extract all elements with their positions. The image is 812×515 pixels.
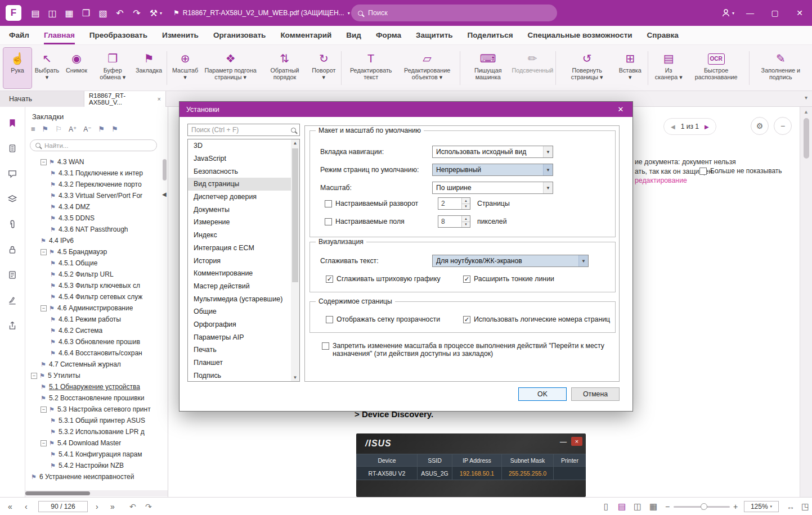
- prev-page-icon[interactable]: ◀: [671, 124, 675, 130]
- bookmark-item[interactable]: −⚑4.5 Брандмауэр: [25, 246, 162, 258]
- facing-page-icon[interactable]: ◫: [631, 502, 644, 512]
- prefs-list-item-1[interactable]: JavaScript: [188, 152, 291, 165]
- dialog-close-button[interactable]: ✕: [609, 102, 632, 117]
- single-page-icon[interactable]: ▯: [599, 502, 613, 512]
- spin-up-icon[interactable]: ▲: [462, 216, 470, 222]
- logical-numbers-checkbox[interactable]: ✓ Использовать логические номера страниц: [463, 315, 610, 323]
- tab-document[interactable]: R18867_RT-AX58U_V... ×: [84, 91, 166, 107]
- last-page-button[interactable]: »: [110, 498, 115, 515]
- ribbon-hand-button[interactable]: ☝Рука: [3, 48, 32, 88]
- slider-thumb[interactable]: [701, 503, 707, 510]
- menu-item-8[interactable]: Защитить: [416, 26, 452, 44]
- bookmark-item[interactable]: ⚑4.5.4 Фильтр сетевых служ: [25, 291, 162, 302]
- bookmark-item[interactable]: −⚑4.6 Администрирование: [25, 302, 162, 314]
- menu-item-5[interactable]: Комментарий: [280, 26, 331, 44]
- collapse-toolbar-icon[interactable]: ▾: [805, 94, 807, 101]
- attachments-panel-icon[interactable]: [7, 219, 17, 229]
- export-icon[interactable]: ▧: [95, 4, 111, 21]
- bookmarks-hscrollbar[interactable]: [25, 490, 168, 496]
- thin-lines-checkbox[interactable]: ✓ Расширить тонкие линии: [463, 275, 554, 283]
- bookmark-item[interactable]: −⚑4.3 WAN: [25, 156, 162, 168]
- ribbon-typewriter-button[interactable]: ⌨Пишущая машинка: [464, 48, 512, 88]
- zoom-in-button[interactable]: +: [733, 498, 738, 515]
- menu-item-6[interactable]: Вид: [346, 26, 361, 44]
- tab-start-page[interactable]: Начать: [0, 91, 84, 107]
- zoom-slider[interactable]: [674, 506, 730, 508]
- first-page-button[interactable]: «: [8, 498, 12, 515]
- scroll-up-icon[interactable]: ▲: [291, 141, 299, 146]
- bookmark-item[interactable]: −⚑5 Утилиты: [25, 370, 162, 381]
- print-icon[interactable]: ▦: [61, 4, 78, 21]
- facing-continuous-icon[interactable]: ▦: [647, 502, 660, 512]
- pages-panel-icon[interactable]: [7, 143, 17, 153]
- checkbox[interactable]: [699, 168, 707, 175]
- bookmark-item[interactable]: −⚑5.4 Download Master: [25, 437, 162, 449]
- bookmark-item[interactable]: ⚑4.3.6 NAT Passthrough: [25, 224, 162, 235]
- menu-item-9[interactable]: Поделиться: [468, 26, 513, 44]
- bookmark-item[interactable]: ⚑4.5.1 Общие: [25, 258, 162, 269]
- menu-item-1[interactable]: Главная: [44, 26, 75, 44]
- minimize-button[interactable]: —: [738, 0, 762, 26]
- smooth-art-checkbox[interactable]: ✓ Сглаживать штриховую графику: [326, 275, 441, 283]
- comments-panel-icon[interactable]: [7, 169, 17, 179]
- prefs-list-item-12[interactable]: Мультимедиа (устаревшие): [188, 292, 291, 305]
- ribbon-reverse-order-button[interactable]: ⇅Обратный порядок: [261, 48, 309, 88]
- ribbon-select-button[interactable]: ↖Выбрать ▾: [33, 48, 61, 88]
- menu-item-7[interactable]: Форма: [376, 26, 401, 44]
- prefs-list-scrollbar[interactable]: ▲ ▼: [291, 139, 300, 382]
- menu-item-0[interactable]: Файл: [9, 26, 29, 44]
- forbid-zoom-checkbox[interactable]: Запретить изменение масштаба в процессе …: [322, 342, 604, 358]
- menu-item-11[interactable]: Справка: [647, 26, 679, 44]
- signature-panel-icon[interactable]: [7, 295, 17, 305]
- document-title-menu[interactable]: ⚑ R18867_RT-AX58U_V2_UM_WEB.pdf (ЗАЩИЩЕН…: [173, 9, 342, 17]
- bookmark-item[interactable]: ⚑4.3.3 Virtual Server/Port For: [25, 190, 162, 201]
- page-number-input[interactable]: [38, 501, 88, 512]
- prefs-list-item-6[interactable]: Измерение: [188, 216, 291, 229]
- prefs-list-item-13[interactable]: Общие: [188, 305, 291, 318]
- ribbon-snapshot-button[interactable]: ◉Снимок: [62, 48, 91, 88]
- continuous-page-icon[interactable]: ▤: [615, 502, 629, 512]
- spin-up-icon[interactable]: ▲: [462, 198, 470, 204]
- save-icon[interactable]: ◫: [44, 4, 61, 21]
- scrollbar-thumb[interactable]: [25, 491, 90, 495]
- prefs-list-item-9[interactable]: История: [188, 254, 291, 267]
- bookmarks-search-input[interactable]: [44, 142, 146, 149]
- dont-show-again[interactable]: Больше не показывать: [699, 167, 782, 175]
- close-tab-icon[interactable]: ×: [158, 96, 161, 102]
- collapse-minus-icon[interactable]: −: [41, 249, 47, 255]
- ok-button[interactable]: OK: [518, 387, 567, 401]
- prefs-list-item-14[interactable]: Орфография: [188, 318, 291, 331]
- open-file-icon[interactable]: ▤: [27, 4, 44, 21]
- font-increase-icon[interactable]: A⁺: [69, 125, 77, 133]
- zoom-level-box[interactable]: 125% ▾: [744, 501, 779, 512]
- prefs-list-item-0[interactable]: 3D: [188, 139, 291, 152]
- bookmark-item[interactable]: ⚑5.3.1 Общий принтер ASUS: [25, 415, 162, 426]
- ribbon-insert-button[interactable]: ⊞Вставка ▾: [616, 48, 644, 88]
- font-decrease-icon[interactable]: A⁻: [83, 125, 91, 133]
- menu-item-2[interactable]: Преобразовать: [89, 26, 147, 44]
- bookmark-item[interactable]: ⚑4.3.5 DDNS: [25, 213, 162, 224]
- spread-count-spinner[interactable]: 2 ▲▼: [438, 197, 470, 210]
- ribbon-highlight-button[interactable]: ✏Подсвеченный: [513, 48, 551, 88]
- zoom-select[interactable]: По ширине ▼: [432, 182, 553, 194]
- prefs-list-item-17[interactable]: Планшет: [188, 356, 291, 369]
- redo-icon[interactable]: ↷: [128, 4, 145, 21]
- chevron-down-icon[interactable]: ▾: [732, 11, 738, 16]
- ribbon-fill-sign-button[interactable]: ✎Заполнение и подпись: [753, 48, 809, 88]
- prefs-list-item-5[interactable]: Документы: [188, 203, 291, 216]
- enable-editing-link[interactable]: редактирование: [635, 176, 804, 186]
- bookmark-menu-icon[interactable]: ≡: [31, 125, 35, 133]
- prefs-list-item-2[interactable]: Безопасность: [188, 165, 291, 178]
- delete-bookmark-icon[interactable]: ⚐: [55, 125, 62, 133]
- ribbon-zoom-button[interactable]: ⊕Масштаб ▾: [171, 48, 200, 88]
- next-page-button[interactable]: ›: [96, 498, 98, 515]
- prev-view-icon[interactable]: ↶: [129, 498, 136, 515]
- bookmark-item[interactable]: ⚑4.3.4 DMZ: [25, 201, 162, 213]
- next-page-icon[interactable]: ▶: [705, 124, 709, 130]
- prefs-list-item-4[interactable]: Диспетчер доверия: [188, 191, 291, 204]
- prefs-list-item-11[interactable]: Мастер действий: [188, 280, 291, 293]
- spin-down-icon[interactable]: ▼: [462, 204, 470, 210]
- share-panel-icon[interactable]: [7, 320, 17, 331]
- bookmark-item[interactable]: ⚑4.6.3 Обновление прошив: [25, 336, 162, 347]
- collapse-minus-icon[interactable]: −: [31, 373, 37, 379]
